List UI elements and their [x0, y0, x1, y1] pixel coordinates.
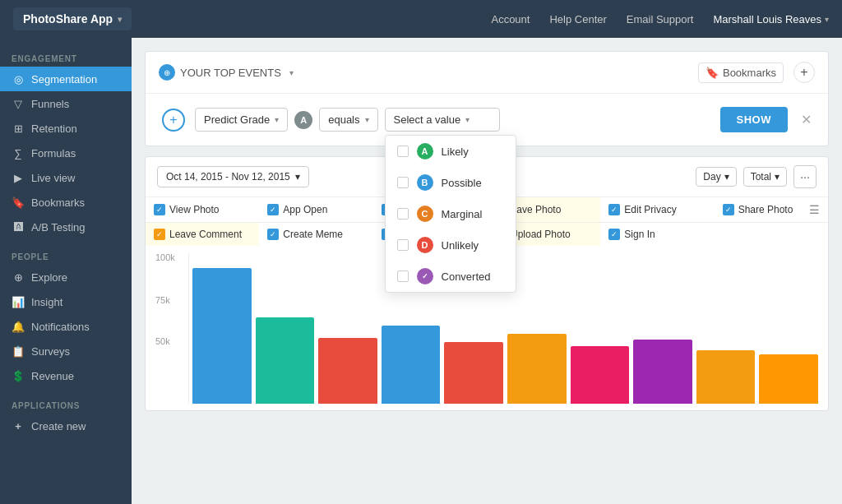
day-chevron-icon: ▾	[724, 171, 729, 183]
notifications-icon: 🔔	[12, 320, 25, 333]
sidebar-label-funnels: Funnels	[31, 98, 69, 110]
bookmarks-label: Bookmarks	[723, 67, 776, 79]
dropdown-checkbox-marginal[interactable]	[397, 208, 409, 220]
grade-badge-a: A	[417, 143, 433, 160]
dropdown-checkbox-converted[interactable]	[397, 270, 409, 282]
sidebar-item-funnels[interactable]: ▽ Funnels	[0, 91, 132, 116]
sidebar-item-notifications[interactable]: 🔔 Notifications	[0, 314, 132, 339]
user-chevron-icon: ▾	[825, 15, 829, 24]
dropdown-label-likely: Likely	[442, 146, 469, 158]
bar	[759, 354, 818, 404]
bar	[633, 340, 692, 404]
day-select[interactable]: Day ▾	[696, 167, 736, 187]
grade-badge-converted: ✓	[417, 268, 433, 284]
dropdown-item-possible[interactable]: B Possible	[386, 167, 516, 198]
checkbox-view-photo[interactable]: ✓	[154, 204, 165, 215]
y-label-75k: 75k	[155, 295, 183, 305]
top-events-chevron-icon[interactable]: ▾	[289, 68, 294, 77]
user-menu[interactable]: Marshall Louis Reaves ▾	[713, 13, 829, 25]
top-events-panel: ⊕ YOUR TOP EVENTS ▾ 🔖 Bookmarks + + P	[145, 51, 829, 146]
user-name: Marshall Louis Reaves	[713, 13, 821, 25]
event-cell-view-photo[interactable]: ✓ View Photo	[146, 197, 259, 222]
checkbox-app-open[interactable]: ✓	[267, 204, 279, 215]
predicate-select[interactable]: Predict Grade ▾	[195, 108, 288, 132]
sidebar-item-create-new[interactable]: + Create new	[0, 414, 132, 438]
sidebar-item-explore[interactable]: ⊕ Explore	[0, 265, 132, 289]
grade-badge-c: C	[417, 206, 433, 222]
value-select[interactable]: Select a value ▾	[385, 108, 500, 132]
dropdown-label-converted: Converted	[442, 270, 491, 283]
event-cell-app-open[interactable]: ✓ App Open	[259, 197, 372, 222]
add-button[interactable]: +	[793, 62, 815, 83]
y-label-50k: 50k	[155, 336, 183, 346]
event-label-app-open: App Open	[283, 204, 327, 215]
event-cell-create-meme[interactable]: ✓ Create Meme	[259, 223, 372, 246]
dropdown-label-possible: Possible	[442, 177, 482, 189]
account-link[interactable]: Account	[491, 13, 530, 25]
sidebar-item-bookmarks[interactable]: 🔖 Bookmarks	[0, 190, 132, 215]
event-label-leave-comment: Leave Comment	[169, 229, 242, 240]
event-cell-leave-comment[interactable]: ✓ Leave Comment	[146, 223, 259, 246]
close-filter-icon[interactable]: ✕	[801, 112, 812, 127]
help-center-link[interactable]: Help Center	[549, 13, 606, 25]
event-cell-edit-privacy[interactable]: ✓ Edit Privacy	[600, 197, 714, 222]
dropdown-item-converted[interactable]: ✓ Converted	[386, 261, 516, 292]
sidebar-item-insight[interactable]: 📊 Insight	[0, 289, 132, 314]
event-label-edit-privacy: Edit Privacy	[624, 204, 676, 215]
event-label-upload-photo: Upload Photo	[511, 229, 571, 240]
event-cell-sign-in[interactable]: ✓ Sign In	[600, 223, 714, 246]
dropdown-item-marginal[interactable]: C Marginal	[386, 198, 516, 229]
checkbox-edit-privacy[interactable]: ✓	[608, 204, 620, 215]
dropdown-checkbox-likely[interactable]	[397, 146, 409, 157]
checkbox-share-photo[interactable]: ✓	[723, 204, 734, 215]
sidebar-item-revenue[interactable]: 💲 Revenue	[0, 363, 132, 388]
sidebar-item-retention[interactable]: ⊞ Retention	[0, 116, 132, 141]
sidebar-section-people: PEOPLE	[0, 246, 132, 265]
event-label-sign-in: Sign In	[624, 229, 655, 240]
value-dropdown-menu: A Likely B Possible C Marginal	[385, 135, 516, 293]
dropdown-label-unlikely: Unlikely	[442, 239, 479, 252]
sidebar-label-notifications: Notifications	[31, 321, 90, 333]
sidebar-label-revenue: Revenue	[31, 370, 74, 382]
show-button[interactable]: SHOW	[720, 107, 788, 132]
dropdown-item-unlikely[interactable]: D Unlikely	[386, 229, 516, 261]
sidebar-label-retention: Retention	[31, 123, 77, 135]
email-support-link[interactable]: Email Support	[627, 13, 694, 25]
dropdown-checkbox-possible[interactable]	[397, 177, 409, 188]
event-cell-share-photo[interactable]: ✓ Share Photo ☰	[715, 197, 828, 222]
operator-label: equals	[328, 113, 359, 126]
sidebar-item-ab-testing[interactable]: 🅰 A/B Testing	[0, 215, 132, 239]
grade-badge-b: B	[417, 174, 433, 191]
sidebar-item-live-view[interactable]: ▶ Live view	[0, 165, 132, 190]
bookmarks-button[interactable]: 🔖 Bookmarks	[698, 62, 784, 83]
value-placeholder: Select a value	[394, 113, 461, 126]
checkbox-sign-in[interactable]: ✓	[608, 229, 620, 240]
sidebar-item-segmentation[interactable]: ◎ Segmentation	[0, 67, 132, 91]
bar	[192, 268, 252, 404]
topnav: PhotoShare App ▾ Account Help Center Ema…	[0, 0, 842, 38]
filter-lines-icon[interactable]: ☰	[809, 203, 820, 216]
y-axis: 100k 75k 50k	[155, 252, 188, 404]
operator-select[interactable]: equals ▾	[319, 108, 377, 132]
predicate-badge: A	[294, 111, 312, 129]
sidebar-label-explore: Explore	[31, 271, 67, 284]
filter-add-circle-button[interactable]: +	[162, 109, 185, 132]
sidebar: ENGAGEMENT ◎ Segmentation ▽ Funnels ⊞ Re…	[0, 38, 132, 504]
chart-more-button[interactable]: ···	[793, 165, 817, 188]
event-label-create-meme: Create Meme	[283, 229, 343, 240]
day-label: Day	[703, 171, 720, 183]
ab-testing-icon: 🅰	[12, 220, 25, 234]
bookmarks-icon: 🔖	[12, 196, 25, 209]
brand-chevron-icon: ▾	[118, 15, 122, 24]
checkbox-leave-comment[interactable]: ✓	[154, 229, 165, 240]
sidebar-item-formulas[interactable]: ∑ Formulas	[0, 141, 132, 165]
total-select[interactable]: Total ▾	[743, 167, 787, 187]
dropdown-checkbox-unlikely[interactable]	[397, 239, 409, 251]
dropdown-item-likely[interactable]: A Likely	[386, 136, 516, 167]
date-range-button[interactable]: Oct 14, 2015 - Nov 12, 2015 ▾	[157, 166, 309, 187]
sidebar-item-surveys[interactable]: 📋 Surveys	[0, 339, 132, 363]
brand-button[interactable]: PhotoShare App ▾	[13, 7, 132, 30]
top-events-actions: 🔖 Bookmarks +	[698, 62, 815, 83]
checkbox-create-meme[interactable]: ✓	[267, 229, 279, 240]
sidebar-label-create-new: Create new	[31, 420, 86, 432]
